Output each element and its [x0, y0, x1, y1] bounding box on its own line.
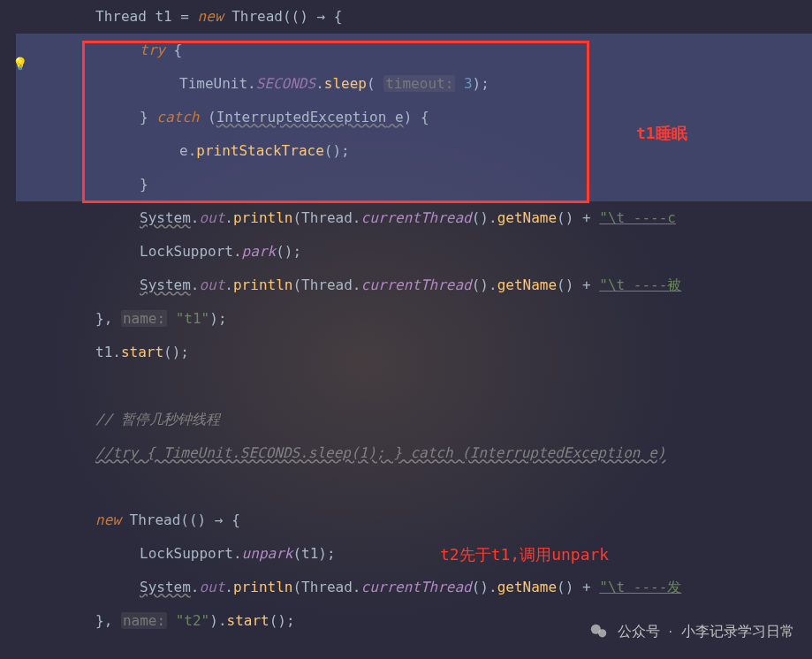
- code-line[interactable]: TimeUnit.SECONDS.sleep( timeout: 3);: [16, 67, 812, 101]
- brace: ) {: [404, 109, 429, 125]
- paren: );: [209, 310, 226, 327]
- type: Thread(() → {: [121, 511, 240, 528]
- dot: .: [353, 209, 361, 226]
- dot: .: [224, 579, 233, 595]
- static-field: SECONDS: [256, 75, 315, 92]
- type: InterruptedException: [216, 109, 387, 125]
- code-line[interactable]: System.out.println(Thread.currentThread(…: [16, 269, 812, 302]
- method: start: [121, 344, 163, 360]
- method: currentThread: [361, 579, 472, 595]
- dot: .: [353, 579, 361, 595]
- code-line[interactable]: LockSupport.park();: [16, 235, 812, 269]
- code-line-empty[interactable]: [16, 470, 812, 504]
- variable: e: [179, 142, 188, 159]
- paren: );: [318, 545, 335, 562]
- type: Thread(() → {: [224, 8, 343, 25]
- type: Thread: [95, 8, 147, 25]
- dot: .: [353, 276, 361, 293]
- code-line[interactable]: System.out.println(Thread.currentThread(…: [16, 201, 812, 235]
- svg-point-1: [598, 629, 606, 637]
- code-line[interactable]: LockSupport.unpark(t1);: [16, 537, 812, 571]
- keyword: new: [95, 511, 121, 528]
- code-content[interactable]: t1睡眠 Thread t1 = new Thread(() → { try {…: [16, 0, 812, 659]
- annotation-t2-unpark: t2先于t1,调用unpark: [440, 538, 609, 572]
- method: println: [233, 209, 292, 226]
- type: Thread: [301, 209, 353, 226]
- watermark-separator: ·: [669, 624, 672, 640]
- code-line[interactable]: // 暂停几秒钟线程: [16, 403, 812, 436]
- operator: () +: [557, 209, 599, 226]
- type: System: [140, 209, 191, 226]
- dot: .: [191, 209, 200, 226]
- method: park: [242, 243, 277, 260]
- code-line[interactable]: //try { TimeUnit.SECONDS.sleep(1); } cat…: [16, 436, 812, 470]
- watermark-source: 公众号: [618, 623, 660, 641]
- dot: .: [233, 243, 242, 260]
- operator: () +: [557, 276, 599, 293]
- method: currentThread: [361, 209, 472, 226]
- code-line[interactable]: new Thread(() → {: [16, 504, 812, 537]
- code-line[interactable]: }: [16, 168, 812, 201]
- paren: (: [199, 109, 216, 125]
- dot: .: [224, 276, 233, 293]
- type: System: [140, 579, 191, 595]
- comment: //try { TimeUnit.SECONDS.sleep(1); } cat…: [95, 444, 665, 461]
- code-line[interactable]: }, name: "t1");: [16, 302, 812, 336]
- dot: .: [188, 142, 197, 159]
- paren: (: [292, 579, 301, 595]
- wechat-icon: [589, 622, 609, 641]
- type: Thread: [301, 579, 353, 595]
- editor-gutter: 💡: [0, 0, 16, 659]
- brace: }: [140, 176, 148, 193]
- method: printStackTrace: [196, 142, 324, 159]
- code-line[interactable]: } catch (InterruptedException e) {: [16, 101, 812, 134]
- watermark: 公众号 · 小李记录学习日常: [589, 622, 794, 641]
- dot: .: [112, 344, 121, 360]
- type: System: [140, 276, 191, 293]
- variable: t1: [95, 344, 112, 360]
- lightbulb-icon[interactable]: 💡: [12, 57, 27, 71]
- code-line[interactable]: t1.start();: [16, 336, 812, 369]
- method: getName: [497, 579, 557, 595]
- keyword: try: [140, 42, 165, 58]
- code-editor[interactable]: 💡 t1睡眠 Thread t1 = new Thread(() → { try…: [0, 0, 812, 659]
- paren: ().: [472, 579, 497, 595]
- code-line[interactable]: System.out.println(Thread.currentThread(…: [16, 571, 812, 604]
- method: sleep: [324, 75, 367, 92]
- brace: },: [95, 310, 121, 327]
- type: TimeUnit: [179, 75, 247, 92]
- dot: .: [191, 579, 200, 595]
- code-line[interactable]: try {: [16, 34, 812, 67]
- method: currentThread: [361, 276, 472, 293]
- code-line[interactable]: e.printStackTrace();: [16, 134, 812, 168]
- paren: ();: [269, 612, 295, 629]
- paren: ).: [209, 612, 226, 629]
- dot: .: [233, 545, 242, 562]
- method: println: [233, 579, 292, 595]
- paren: (: [292, 209, 301, 226]
- code-line-empty[interactable]: [16, 369, 812, 403]
- string: "t1": [176, 310, 210, 327]
- code-line[interactable]: Thread t1 = new Thread(() → {: [16, 0, 812, 34]
- paren: ().: [472, 276, 497, 293]
- operator: () +: [557, 579, 599, 595]
- method: getName: [497, 209, 557, 226]
- paren: ();: [276, 243, 301, 260]
- string: "\t ----发: [599, 579, 681, 595]
- type: LockSupport: [140, 243, 233, 260]
- method: start: [227, 612, 269, 629]
- param-hint: name:: [121, 310, 167, 327]
- paren: ();: [324, 142, 350, 159]
- comment: // 暂停几秒钟线程: [95, 411, 220, 428]
- type: Thread: [301, 276, 353, 293]
- dot: .: [315, 75, 324, 92]
- paren: (: [292, 276, 301, 293]
- method: getName: [497, 276, 557, 293]
- method: println: [233, 276, 292, 293]
- keyword: new: [198, 8, 224, 25]
- watermark-name: 小李记录学习日常: [681, 623, 794, 641]
- brace: },: [95, 612, 121, 629]
- string: "t2": [176, 612, 210, 629]
- method: unpark: [242, 545, 293, 562]
- param-hint: name:: [121, 612, 167, 629]
